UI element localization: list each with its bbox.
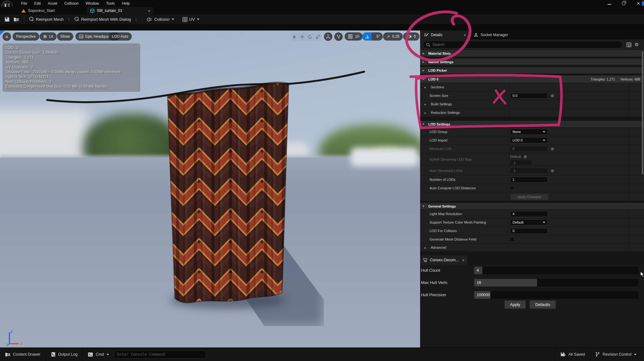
expander-icon[interactable]: ▸ bbox=[425, 111, 428, 114]
tab-details[interactable]: Details × bbox=[420, 31, 470, 39]
search-box[interactable] bbox=[423, 41, 623, 48]
reimport-dialog-options-kebab[interactable]: ⋮ bbox=[133, 17, 139, 22]
expander-icon[interactable]: ▸ bbox=[423, 69, 426, 72]
reset-to-default-icon[interactable]: ⊕ bbox=[524, 154, 527, 159]
perspective-dropdown[interactable]: Perspective bbox=[13, 32, 39, 41]
number-of-lods-field[interactable]: 1 bbox=[510, 177, 548, 183]
minimize-icon[interactable] bbox=[608, 3, 611, 5]
tab-socket-manager[interactable]: Socket Manager bbox=[470, 31, 512, 39]
convex-tab-close-icon[interactable]: × bbox=[462, 258, 464, 263]
surface-snap-button[interactable] bbox=[334, 32, 343, 41]
output-log-button[interactable]: Output Log bbox=[46, 348, 83, 361]
category-general-settings[interactable]: ▾ General Settings bbox=[420, 203, 644, 210]
viewport[interactable]: ≡ Perspective Lit Show Epic Headquarters… bbox=[0, 31, 420, 347]
row-label: Advanced bbox=[428, 246, 446, 249]
display-filter-icon[interactable] bbox=[626, 42, 631, 47]
auto-compute-checkbox[interactable] bbox=[510, 186, 514, 190]
category-nanite-settings[interactable]: ▸ Nanite Settings bbox=[420, 58, 644, 65]
collision-icon bbox=[147, 17, 152, 22]
row-advanced[interactable]: ▸ Advanced bbox=[420, 244, 644, 252]
menu-help[interactable]: Help bbox=[119, 0, 133, 7]
row-build-settings[interactable]: ▸ Build Settings bbox=[420, 100, 644, 108]
scale-tool-icon[interactable] bbox=[316, 35, 320, 39]
hull-precision-slider[interactable]: 100000 bbox=[474, 291, 638, 299]
camera-speed-control[interactable]: 0 bbox=[403, 32, 419, 41]
select-tool-icon[interactable] bbox=[293, 35, 297, 39]
rotation-snap-control[interactable]: 5° bbox=[362, 32, 383, 41]
menu-edit[interactable]: Edit bbox=[31, 0, 44, 7]
num-streamed-lods-field[interactable]: -1 bbox=[510, 168, 548, 174]
rotate-tool-icon[interactable] bbox=[308, 35, 312, 39]
menu-collision[interactable]: Collision bbox=[61, 0, 81, 7]
tab-close-icon[interactable]: × bbox=[148, 8, 150, 13]
settings-gear-icon[interactable]: ⚙ bbox=[635, 42, 639, 47]
lod-import-dropdown[interactable]: LOD 0 bbox=[510, 137, 548, 143]
show-dropdown[interactable]: Show bbox=[57, 32, 73, 41]
screen-size-field[interactable]: 0.0 bbox=[510, 93, 548, 99]
expander-icon[interactable]: ▾ bbox=[423, 204, 426, 208]
viewport-options-menu-button[interactable]: ≡ bbox=[3, 32, 11, 41]
reimport-mesh-button[interactable]: Reimport Mesh bbox=[27, 15, 65, 24]
close-icon[interactable]: × bbox=[636, 1, 641, 6]
details-tab-close-icon[interactable]: × bbox=[464, 33, 466, 37]
grid-snap-control[interactable]: 10 bbox=[345, 32, 363, 41]
light-map-resolution-field[interactable]: 4 bbox=[510, 211, 548, 217]
reset-to-default-icon[interactable]: ⊕ bbox=[551, 168, 554, 173]
tab-convex-decomposition[interactable]: Convex Decom... × bbox=[420, 255, 467, 265]
defaults-button[interactable]: Defaults bbox=[530, 300, 556, 309]
save-button[interactable] bbox=[3, 15, 12, 24]
expander-icon[interactable]: ▾ bbox=[423, 122, 426, 126]
reset-to-default-icon[interactable]: ⊕ bbox=[551, 146, 554, 151]
apply-changes-button[interactable]: Apply Changes bbox=[510, 194, 548, 200]
apply-button[interactable]: Apply bbox=[504, 300, 526, 309]
lit-dropdown[interactable]: Lit bbox=[40, 32, 57, 41]
search-input[interactable] bbox=[432, 42, 619, 47]
expander-icon[interactable]: ▸ bbox=[425, 246, 428, 249]
restore-icon[interactable] bbox=[622, 2, 625, 5]
scale-snap-control[interactable]: ↗ 0.25 bbox=[383, 32, 403, 41]
expander-icon[interactable]: ▸ bbox=[423, 52, 426, 55]
hull-count-slider[interactable]: 4 bbox=[474, 267, 638, 274]
row-sections[interactable]: ▸ Sections bbox=[420, 83, 644, 92]
expander-icon[interactable]: ▾ bbox=[423, 77, 426, 81]
noref-bias-field[interactable]: -1 bbox=[510, 160, 532, 166]
expander-icon[interactable]: ▸ bbox=[423, 60, 426, 64]
content-drawer-button[interactable]: Content Drawer bbox=[0, 348, 46, 361]
menu-file[interactable]: File bbox=[18, 0, 30, 7]
category-lod0[interactable]: ▾ LOD 0 Triangles: 1,271 Vertices: 688 bbox=[420, 75, 644, 83]
lod-for-collision-field[interactable]: 0 bbox=[510, 228, 548, 234]
tab-sopockco-start[interactable]: Sopockco_Start bbox=[18, 7, 58, 14]
lod-group-dropdown[interactable]: None bbox=[510, 129, 548, 135]
expander-icon[interactable]: ▸ bbox=[425, 103, 428, 106]
support-texture-dropdown[interactable]: Default bbox=[510, 219, 548, 225]
rotation-snap-toggle[interactable] bbox=[362, 32, 372, 41]
menu-tools[interactable]: Tools bbox=[103, 0, 118, 7]
revision-control-dropdown[interactable]: Revision Control bbox=[590, 348, 644, 361]
minimum-lod-field[interactable]: 0 bbox=[510, 146, 548, 152]
row-reduction-settings[interactable]: ▸ Reduction Settings bbox=[420, 108, 644, 117]
show-label: Show bbox=[60, 34, 70, 39]
uv-dropdown[interactable]: UV bbox=[180, 15, 201, 24]
category-material-slots[interactable]: ▸ Material Slots bbox=[420, 50, 644, 57]
browse-to-asset-button[interactable] bbox=[12, 15, 21, 24]
category-lod-picker[interactable]: ▸ LOD Picker bbox=[420, 67, 644, 74]
max-hull-verts-slider[interactable]: 16 bbox=[474, 279, 638, 286]
generate-distance-field-checkbox[interactable] bbox=[510, 237, 514, 242]
details-scrollbar[interactable] bbox=[642, 51, 643, 175]
reset-to-default-icon[interactable]: ⊕ bbox=[551, 93, 554, 98]
console-command-input[interactable] bbox=[114, 351, 206, 358]
all-saved-button[interactable]: All Saved bbox=[555, 348, 590, 361]
reimport-options-kebab[interactable]: ⋮ bbox=[65, 17, 72, 22]
category-lod-settings[interactable]: ▾ LOD Settings bbox=[420, 121, 644, 128]
menu-asset[interactable]: Asset bbox=[45, 0, 60, 7]
expander-icon[interactable]: ▸ bbox=[425, 86, 428, 89]
world-local-gizmo-button[interactable] bbox=[324, 32, 332, 41]
menu-window[interactable]: Window bbox=[83, 0, 102, 7]
lod-auto-dropdown[interactable]: LOD Auto bbox=[108, 32, 132, 41]
move-tool-icon[interactable] bbox=[300, 35, 304, 39]
tab-sm-curtain-01[interactable]: SM_curtain_01 × bbox=[87, 7, 153, 14]
menu-bar: U File Edit Asset Collision Window Tools… bbox=[0, 0, 644, 7]
collision-dropdown[interactable]: Collision bbox=[145, 15, 176, 24]
cmd-dropdown[interactable]: Cmd bbox=[83, 348, 114, 361]
reimport-mesh-with-dialog-button[interactable]: Reimport Mesh With Dialog bbox=[72, 15, 133, 24]
